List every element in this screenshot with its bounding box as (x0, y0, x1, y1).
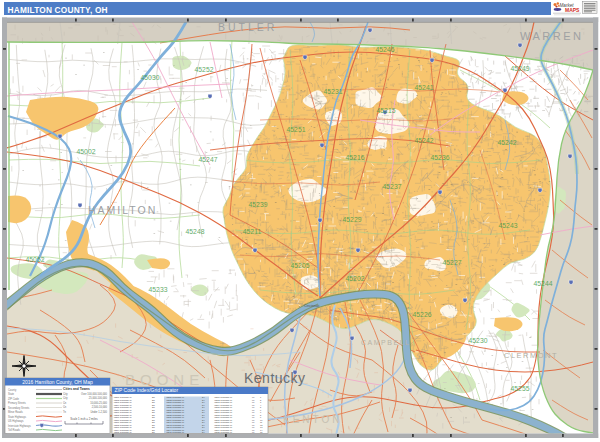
svg-text:45202: 45202 (346, 275, 365, 282)
svg-text:2016 Hamilton County, OH Map: 2016 Hamilton County, OH Map (22, 379, 93, 385)
svg-text:45233: 45233 (149, 286, 168, 293)
svg-text:Toll Roads: Toll Roads (8, 428, 21, 432)
svg-text:ZIP Code Index/Grid Locator: ZIP Code Index/Grid Locator (115, 387, 179, 393)
svg-text:Scale 1 inch = 2 miles: Scale 1 inch = 2 miles (70, 417, 98, 421)
svg-text:45249: 45249 (511, 65, 530, 72)
svg-text:BUTLER: BUTLER (218, 21, 277, 33)
svg-text:Cincinnati: Cincinnati (304, 304, 320, 308)
svg-text:45241: 45241 (415, 84, 434, 91)
svg-text:45237: 45237 (383, 183, 402, 190)
svg-text:2,500-10,000: 2,500-10,000 (92, 405, 108, 409)
svg-text:CLERMONT: CLERMONT (504, 351, 558, 360)
svg-text:45242: 45242 (498, 139, 517, 146)
svg-text:45242: 45242 (415, 137, 434, 144)
svg-text:Minor Roads: Minor Roads (8, 410, 23, 414)
svg-text:County: County (8, 388, 17, 392)
svg-text:WARREN: WARREN (520, 30, 583, 42)
svg-text:45215: 45215 (377, 107, 396, 114)
svg-text:City: City (63, 396, 68, 400)
svg-text:City: City (63, 392, 68, 396)
svg-text:Under 1-2,500: Under 1-2,500 (90, 410, 107, 414)
svg-text:45244: 45244 (534, 280, 553, 287)
svg-text:45236: 45236 (431, 154, 450, 161)
svg-text:45231: 45231 (324, 88, 343, 95)
svg-text:State: State (8, 392, 15, 396)
svg-text:45226: 45226 (413, 311, 432, 318)
svg-text:45239: 45239 (249, 201, 268, 208)
svg-text:45211: 45211 (243, 228, 262, 235)
svg-text:Cn: Cn (63, 401, 67, 405)
svg-text:10,000-25,000: 10,000-25,000 (90, 401, 107, 405)
svg-text:25,000-100,000: 25,000-100,000 (89, 396, 108, 400)
svg-text:CAMPBELL: CAMPBELL (361, 339, 410, 346)
svg-text:HAMILTON: HAMILTON (88, 204, 157, 216)
svg-text:ZIP Code: ZIP Code (8, 397, 19, 401)
svg-text:MAPS: MAPS (565, 7, 580, 13)
svg-text:45275 CINCINNATI: 45275 CINCINNATI (214, 431, 233, 433)
svg-text:45248: 45248 (186, 228, 205, 235)
svg-text:45052: 45052 (26, 256, 45, 263)
svg-text:Secondary Streets: Secondary Streets (8, 406, 30, 410)
svg-text:45205: 45205 (291, 262, 310, 269)
svg-text:45255: 45255 (511, 385, 530, 392)
svg-text:45251: 45251 (287, 126, 306, 133)
svg-text:45227: 45227 (443, 259, 462, 266)
svg-text:45246: 45246 (376, 46, 395, 53)
svg-text:State Highways: State Highways (8, 415, 27, 419)
svg-text:45243: 45243 (499, 222, 518, 229)
svg-text:Cities and Towns: Cities and Towns (63, 387, 90, 391)
svg-text:45229: 45229 (343, 216, 362, 223)
svg-text:45247: 45247 (199, 156, 218, 163)
svg-text:Kentucky: Kentucky (244, 370, 306, 386)
svg-text:45216: 45216 (346, 154, 365, 161)
svg-text:45230: 45230 (469, 337, 488, 344)
svg-text:KENTON: KENTON (283, 414, 343, 425)
svg-text:45215 CINCINNATI: 45215 CINCINNATI (114, 431, 133, 433)
svg-text:45245 CINCINNATI: 45245 CINCINNATI (166, 431, 185, 433)
svg-text:Interstate Highways: Interstate Highways (8, 424, 31, 428)
svg-text:45252: 45252 (195, 66, 214, 73)
svg-text:Primary Streets: Primary Streets (8, 401, 27, 405)
svg-text:45030: 45030 (141, 74, 160, 81)
svg-text:Cn: Cn (63, 405, 67, 409)
svg-text:BOONE: BOONE (125, 371, 204, 388)
svg-text:Over 100,000-500,000: Over 100,000-500,000 (81, 392, 108, 396)
svg-text:US Highways: US Highways (8, 419, 24, 423)
svg-text:45002: 45002 (77, 148, 96, 155)
